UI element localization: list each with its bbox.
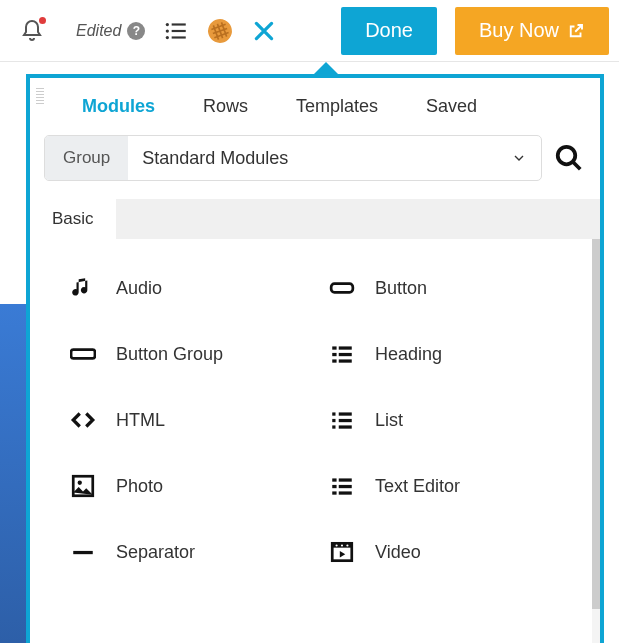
group-toggle[interactable]: Group — [45, 136, 128, 180]
svg-rect-28 — [332, 491, 336, 494]
waffle-button[interactable] — [204, 14, 237, 47]
svg-rect-3 — [172, 29, 186, 31]
module-label: Separator — [116, 542, 195, 563]
module-label: Button — [375, 278, 427, 299]
panel-tabs: Modules Rows Templates Saved — [30, 78, 600, 135]
module-list: AudioButtonButton GroupHeadingHTMLListPh… — [30, 239, 600, 643]
svg-rect-21 — [339, 425, 352, 428]
module-type-dropdown[interactable]: Standard Modules — [128, 148, 541, 169]
svg-point-0 — [166, 22, 169, 25]
module-item-text-editor[interactable]: Text Editor — [329, 473, 580, 499]
svg-rect-8 — [331, 284, 353, 293]
svg-rect-18 — [332, 419, 335, 422]
svg-rect-26 — [332, 485, 336, 488]
svg-rect-16 — [332, 412, 335, 415]
notification-dot — [39, 17, 46, 24]
svg-rect-20 — [332, 425, 335, 428]
svg-rect-27 — [339, 485, 352, 488]
list-icon — [329, 407, 355, 433]
module-label: Heading — [375, 344, 442, 365]
text-editor-icon — [329, 473, 355, 499]
scrollbar-track — [592, 239, 600, 643]
edited-label: Edited — [76, 22, 121, 40]
tab-saved[interactable]: Saved — [426, 96, 477, 117]
close-icon — [251, 17, 277, 45]
svg-rect-15 — [339, 359, 352, 362]
svg-rect-13 — [339, 353, 352, 356]
svg-point-7 — [558, 147, 576, 165]
html-icon — [70, 407, 96, 433]
section-tabs: Basic — [30, 199, 600, 239]
module-label: Audio — [116, 278, 162, 299]
svg-point-23 — [78, 481, 82, 485]
svg-rect-19 — [339, 419, 352, 422]
search-icon — [554, 143, 584, 173]
heading-icon — [329, 341, 355, 367]
module-item-photo[interactable]: Photo — [70, 473, 321, 499]
tab-templates[interactable]: Templates — [296, 96, 378, 117]
scrollbar-thumb[interactable] — [592, 239, 600, 609]
help-icon[interactable]: ? — [127, 22, 145, 40]
edited-status: Edited ? — [76, 22, 145, 40]
page-background: a Y r am — [0, 304, 26, 643]
module-label: List — [375, 410, 403, 431]
separator-icon — [70, 539, 96, 565]
waffle-icon — [203, 13, 237, 48]
outline-button[interactable] — [163, 18, 189, 44]
module-label: Photo — [116, 476, 163, 497]
filter-row: Group Standard Modules — [30, 135, 600, 199]
tab-rows[interactable]: Rows — [203, 96, 248, 117]
svg-rect-17 — [339, 412, 352, 415]
svg-point-35 — [346, 544, 348, 546]
buy-now-button[interactable]: Buy Now — [455, 7, 609, 55]
svg-rect-14 — [332, 359, 336, 362]
filter-box: Group Standard Modules — [44, 135, 542, 181]
topbar: Edited ? Done Buy Now — [0, 0, 619, 62]
drag-handle[interactable] — [36, 88, 44, 104]
svg-rect-29 — [339, 491, 352, 494]
tab-modules[interactable]: Modules — [82, 96, 155, 117]
photo-icon — [70, 473, 96, 499]
svg-rect-25 — [339, 478, 352, 481]
module-label: HTML — [116, 410, 165, 431]
module-label: Video — [375, 542, 421, 563]
close-panel-button[interactable] — [251, 18, 277, 44]
search-button[interactable] — [554, 143, 584, 173]
svg-rect-30 — [73, 551, 93, 554]
content-panel: Modules Rows Templates Saved Group Stand… — [26, 74, 604, 643]
svg-point-33 — [336, 544, 338, 546]
svg-rect-5 — [172, 36, 186, 38]
video-icon — [329, 539, 355, 565]
chevron-down-icon — [511, 150, 527, 166]
section-tab-basic[interactable]: Basic — [30, 199, 116, 239]
svg-rect-10 — [332, 346, 336, 349]
button-group-icon — [70, 341, 96, 367]
audio-icon — [70, 275, 96, 301]
button-icon — [329, 275, 355, 301]
panel-arrow — [314, 62, 338, 74]
svg-point-2 — [166, 29, 169, 32]
svg-rect-9 — [71, 350, 95, 359]
module-item-video[interactable]: Video — [329, 539, 580, 565]
svg-rect-12 — [332, 353, 336, 356]
svg-rect-1 — [172, 23, 186, 25]
svg-rect-11 — [339, 346, 352, 349]
svg-point-34 — [341, 544, 343, 546]
svg-rect-24 — [332, 478, 336, 481]
module-item-button[interactable]: Button — [329, 275, 580, 301]
module-label: Button Group — [116, 344, 223, 365]
svg-point-4 — [166, 35, 169, 38]
module-item-list[interactable]: List — [329, 407, 580, 433]
outline-icon — [163, 18, 189, 44]
notifications-button[interactable] — [20, 19, 44, 43]
module-label: Text Editor — [375, 476, 460, 497]
module-item-audio[interactable]: Audio — [70, 275, 321, 301]
module-item-button-group[interactable]: Button Group — [70, 341, 321, 367]
external-link-icon — [567, 22, 585, 40]
done-button[interactable]: Done — [341, 7, 437, 55]
module-item-separator[interactable]: Separator — [70, 539, 321, 565]
module-item-html[interactable]: HTML — [70, 407, 321, 433]
module-item-heading[interactable]: Heading — [329, 341, 580, 367]
